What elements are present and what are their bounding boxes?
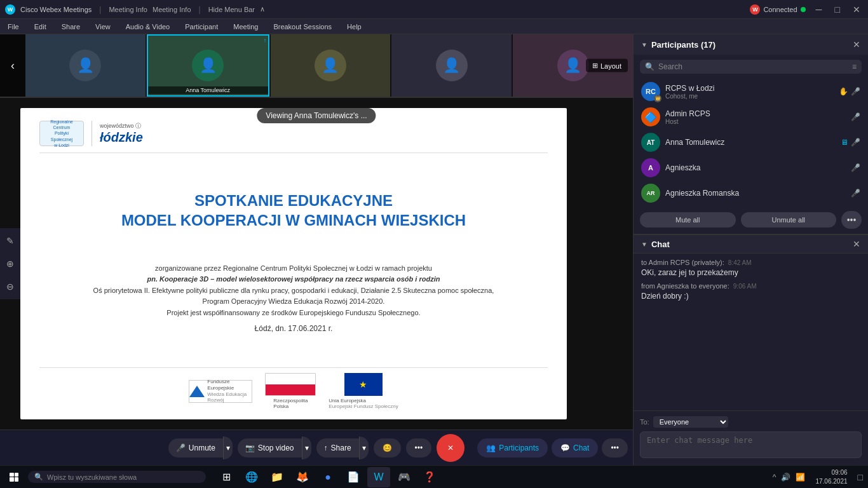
thumb-item-4[interactable]: 👤 [391, 34, 512, 97]
taskbar-search-bar[interactable]: 🔍 Wpisz tu wyszukiwane słowa [28, 471, 206, 483]
chat-close-button[interactable]: ✕ [853, 239, 860, 249]
participant-agnieszka-r[interactable]: AR Agnieszka Romanska 🎤 [634, 180, 868, 206]
video-area: ‹ 👤 👤 Anna Tomulewicz ↑ [0, 34, 633, 465]
polska-text: RzeczpospolitaPolska [273, 398, 308, 409]
chat-input[interactable] [640, 431, 862, 458]
meeting-info-link[interactable]: Meeting Info [109, 6, 147, 13]
taskbar-app-7[interactable]: 🎮 [393, 467, 416, 487]
menu-help[interactable]: Help [344, 22, 364, 32]
participant-anna[interactable]: AT Anna Tomulewicz 🖥 🎤 [634, 130, 868, 155]
participants-panel-button[interactable]: 👥 Participants [477, 438, 548, 458]
chat-to-select[interactable]: Everyone Admin RCPS Anna Tomulewicz [653, 416, 728, 428]
taskbar-acrobat-icon[interactable]: 📄 [342, 467, 365, 487]
unmute-button[interactable]: 🎤 Unmute [168, 438, 223, 458]
chat-message-2: from Agnieszka to everyone: 9:06 AM Dzie… [641, 282, 860, 302]
participant-list: RC 👑 RCPS w Łodzi Cohost, me ✋ 🎤 [634, 79, 868, 206]
polska-logo: RzeczpospolitaPolska [265, 373, 316, 409]
taskbar-clock[interactable]: 09:06 17.06.2021 [811, 468, 851, 486]
participants-collapse-icon[interactable]: ▼ [641, 41, 648, 48]
chat-panel-button[interactable]: 💬 Chat [552, 438, 598, 458]
chat-collapse-icon[interactable]: ▼ [641, 241, 648, 248]
tray-show-hidden[interactable]: ^ [771, 471, 778, 483]
taskbar-firefox-icon[interactable]: 🦊 [291, 467, 314, 487]
menu-participant[interactable]: Participant [182, 22, 220, 32]
participants-more-button[interactable]: ••• [841, 211, 862, 229]
search-filter-icon[interactable]: ≡ [852, 62, 857, 71]
mute-all-button[interactable]: Mute all [640, 212, 736, 227]
layout-button[interactable]: ⊞ Layout [586, 59, 628, 72]
webex-connected-icon: W [750, 4, 760, 15]
menu-file[interactable]: File [5, 22, 22, 32]
participants-search-bar[interactable]: 🔍 ≡ [640, 60, 862, 74]
avatar-agnieszka-r: AR [641, 184, 660, 203]
p-icons-rcps: ✋ 🎤 [839, 87, 860, 96]
thumb-face-3: 👤 [271, 34, 391, 97]
meeting-info-text[interactable]: Meeting Info [153, 6, 191, 13]
end-meeting-button[interactable]: ✕ [437, 434, 465, 462]
share-dropdown[interactable]: ▾ [360, 437, 369, 459]
zoom-out-tool[interactable]: ⊖ [3, 279, 18, 294]
annotate-tool[interactable]: ✎ [3, 233, 18, 248]
emoji-button[interactable]: 😊 [374, 438, 401, 458]
slide-logo-area: RegionalneCentrumPolitykiSpołecznejw Łod… [39, 121, 143, 146]
menu-audio-video[interactable]: Audio & Video [123, 22, 173, 32]
taskbar-date: 17.06.2021 [815, 477, 847, 486]
unmute-all-button[interactable]: Unmute all [741, 212, 837, 227]
thumb-prev-button[interactable]: ‹ [0, 34, 25, 97]
taskbar-chrome-icon[interactable]: ● [316, 467, 339, 487]
thumb-item-3[interactable]: 👤 [271, 34, 391, 97]
taskbar-help-icon[interactable]: ❓ [418, 467, 441, 487]
p-name-rcps: RCPS w Łodzi [665, 84, 834, 93]
thumb-item-anna[interactable]: 👤 Anna Tomulewicz ↑ [147, 34, 269, 97]
taskbar-webex-icon[interactable]: W [367, 467, 390, 487]
title-bar: W Cisco Webex Meetings | Meeting Info Me… [0, 0, 868, 19]
bottom-more-button[interactable]: ••• [602, 438, 628, 458]
taskbar-apps-button[interactable]: ⊞ [215, 467, 238, 487]
stop-video-group: 📷 Stop video ▾ [238, 437, 311, 459]
stop-video-button[interactable]: 📷 Stop video [238, 438, 302, 458]
p-info-agnieszka: Agnieszka [665, 163, 846, 172]
tray-network-icon[interactable]: 🔊 [780, 471, 792, 483]
menu-breakout[interactable]: Breakout Sessions [271, 22, 334, 32]
chat-header: ▼ Chat ✕ [634, 234, 868, 254]
eu-logo: ★ Unia EuropejskaEuropejski Fundusz Społ… [329, 373, 398, 409]
start-button[interactable] [4, 468, 24, 486]
search-input[interactable] [658, 62, 848, 71]
participants-header: ▼ Participants (17) ✕ [634, 34, 868, 55]
minimize-button[interactable]: ─ [813, 4, 825, 15]
stop-video-dropdown[interactable]: ▾ [302, 437, 311, 459]
unmute-dropdown[interactable]: ▾ [224, 437, 233, 459]
cohost-badge-icon: 👑 [654, 95, 661, 102]
maximize-button[interactable]: □ [832, 4, 843, 15]
chat-section: ▼ Chat ✕ to Admin RCPS (privately): 8:42… [634, 234, 868, 465]
p-name-agnieszka: Agnieszka [665, 163, 846, 172]
participant-admin[interactable]: 🔷 Admin RCPS Host 🎤 [634, 104, 868, 130]
participant-rcps[interactable]: RC 👑 RCPS w Łodzi Cohost, me ✋ 🎤 [634, 79, 868, 104]
share-button[interactable]: ↑ Share [316, 438, 359, 458]
taskbar-edge-icon[interactable]: 🌐 [240, 467, 263, 487]
thumbnail-strip: ‹ 👤 👤 Anna Tomulewicz ↑ [0, 34, 633, 98]
thumbnail-container: 👤 👤 Anna Tomulewicz ↑ 👤 [25, 34, 633, 97]
zoom-in-tool[interactable]: ⊕ [3, 256, 18, 271]
hide-menu-chevron: ∧ [260, 5, 265, 13]
taskbar-explorer-icon[interactable]: 📁 [266, 467, 288, 487]
avatar-anna: AT [641, 133, 660, 152]
menu-edit[interactable]: Edit [32, 22, 49, 32]
menu-share[interactable]: Share [59, 22, 83, 32]
bottom-right-area: 👥 Participants 💬 Chat ••• [477, 438, 628, 458]
notification-icon[interactable]: □ [857, 471, 864, 484]
p-role-rcps: Cohost, me [665, 93, 834, 100]
tray-volume-icon[interactable]: 📶 [794, 471, 806, 483]
thumb-item-1[interactable]: 👤 [25, 34, 146, 97]
close-button[interactable]: ✕ [850, 4, 863, 15]
menu-view[interactable]: View [93, 22, 113, 32]
viewing-label: Viewing Anna Tomulewicz's ... [257, 108, 376, 123]
menu-meeting[interactable]: Meeting [231, 22, 261, 32]
participant-agnieszka[interactable]: A Agnieszka 🎤 [634, 155, 868, 180]
slide-header: RegionalneCentrumPolitykiSpołecznejw Łod… [39, 121, 548, 153]
participants-close-button[interactable]: ✕ [853, 39, 860, 50]
mic-icon-agnieszka: 🎤 [851, 163, 860, 172]
more-button[interactable]: ••• [406, 438, 432, 458]
hide-menu-bar[interactable]: Hide Menu Bar [208, 6, 255, 13]
chat-input-area: To: Everyone Admin RCPS Anna Tomulewicz [634, 410, 868, 465]
